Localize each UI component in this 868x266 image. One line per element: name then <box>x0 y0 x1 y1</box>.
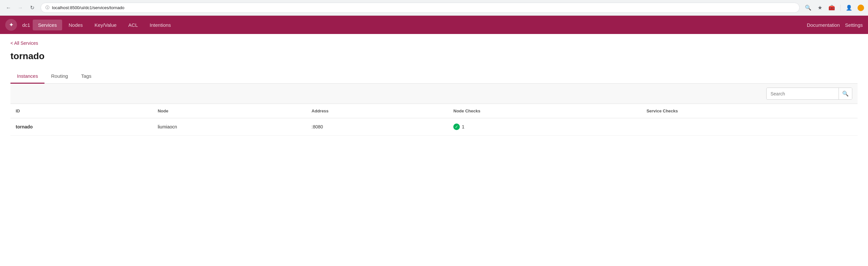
search-input[interactable] <box>767 89 839 99</box>
table-header-row: ID Node Address Node Checks Service Chec… <box>10 104 858 118</box>
col-service-checks: Service Checks <box>641 104 858 118</box>
divider <box>840 5 840 11</box>
table-row[interactable]: tornado liumiaocn :8080 ✓ 1 <box>10 118 858 136</box>
nav-item-keyvalue[interactable]: Key/Value <box>89 20 122 30</box>
browser-chrome: ← → ↻ ⓘ localhost:8500/ui/dc1/services/t… <box>0 0 868 16</box>
breadcrumb[interactable]: < All Services <box>10 40 858 46</box>
table-toolbar: 🔍 <box>10 84 858 104</box>
col-id: ID <box>10 104 152 118</box>
instances-table: ID Node Address Node Checks Service Chec… <box>10 104 858 136</box>
nav-item-acl[interactable]: ACL <box>123 20 143 30</box>
check-passed-icon: ✓ <box>453 124 460 130</box>
browser-nav-buttons: ← → ↻ <box>4 3 37 12</box>
profile-indicator <box>858 5 864 11</box>
col-node: Node <box>152 104 306 118</box>
tab-routing[interactable]: Routing <box>44 69 74 84</box>
tab-tags[interactable]: Tags <box>74 69 98 84</box>
address-bar[interactable]: ⓘ localhost:8500/ui/dc1/services/tornado <box>40 3 800 13</box>
url-text: localhost:8500/ui/dc1/services/tornado <box>52 5 124 10</box>
check-badge: ✓ 1 <box>453 124 464 130</box>
app-nav: ✦ dc1 Services Nodes Key/Value ACL Inten… <box>0 16 868 34</box>
documentation-link[interactable]: Documentation <box>807 22 840 28</box>
back-button[interactable]: ← <box>4 3 13 12</box>
col-node-checks: Node Checks <box>448 104 641 118</box>
logo-symbol: ✦ <box>9 21 14 28</box>
page-content: < All Services tornado Instances Routing… <box>0 34 868 142</box>
account-button[interactable]: 👤 <box>844 3 854 12</box>
tabs: Instances Routing Tags <box>10 69 858 84</box>
settings-link[interactable]: Settings <box>845 22 863 28</box>
search-submit-button[interactable]: 🔍 <box>839 88 852 99</box>
browser-actions: 🔍 ★ 🧰 👤 <box>804 3 864 12</box>
cell-node: liumiaocn <box>152 118 306 136</box>
page-title: tornado <box>10 51 858 61</box>
cell-id: tornado <box>10 118 152 136</box>
search-button[interactable]: 🔍 <box>804 3 813 12</box>
app-logo[interactable]: ✦ <box>5 19 17 31</box>
nav-item-services[interactable]: Services <box>33 20 62 30</box>
cell-node-checks: ✓ 1 <box>448 118 641 136</box>
nav-items: Services Nodes Key/Value ACL Intentions <box>33 20 807 30</box>
nav-item-intentions[interactable]: Intentions <box>145 20 176 30</box>
nav-right: Documentation Settings <box>807 22 863 28</box>
nav-item-nodes[interactable]: Nodes <box>63 20 88 30</box>
cell-service-checks <box>641 118 858 136</box>
cell-address: :8080 <box>306 118 448 136</box>
lock-icon: ⓘ <box>45 5 50 10</box>
extension-button[interactable]: 🧰 <box>827 3 836 12</box>
col-address: Address <box>306 104 448 118</box>
tab-instances[interactable]: Instances <box>10 69 44 84</box>
search-box: 🔍 <box>766 88 852 100</box>
datacenter-label[interactable]: dc1 <box>22 22 30 28</box>
reload-button[interactable]: ↻ <box>28 3 37 12</box>
bookmark-button[interactable]: ★ <box>815 3 825 12</box>
check-count: 1 <box>462 124 464 129</box>
forward-button[interactable]: → <box>16 3 25 12</box>
